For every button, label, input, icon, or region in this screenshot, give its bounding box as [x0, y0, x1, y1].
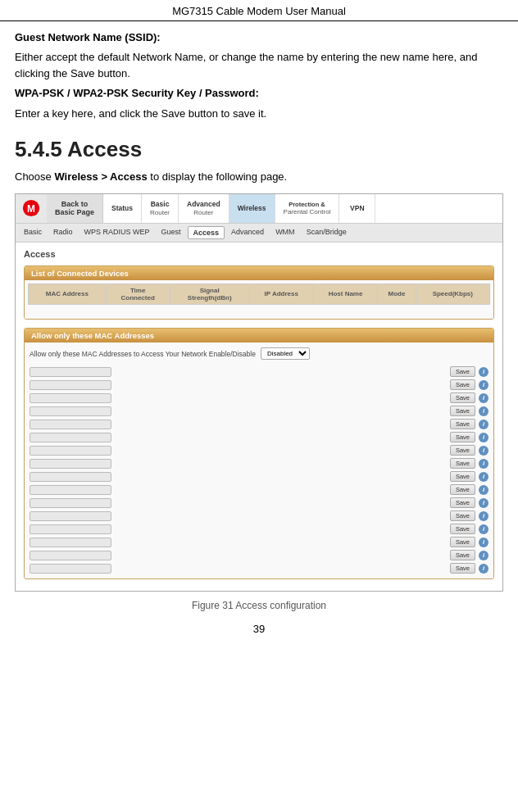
mac-enable-row: Allow only these MAC Addresses to Access… — [30, 347, 488, 360]
mac-input-16[interactable] — [30, 564, 111, 574]
save-button-15[interactable]: Save — [450, 550, 475, 560]
nav-bar: M Back to Basic Page Status Basic Router… — [16, 194, 502, 224]
screenshot-figure: M Back to Basic Page Status Basic Router… — [15, 193, 503, 592]
mac-input-3[interactable] — [30, 393, 111, 403]
nav-wireless[interactable]: Wireless — [229, 194, 275, 223]
svg-text:M: M — [27, 203, 35, 215]
save-button-6[interactable]: Save — [450, 432, 475, 442]
mac-row-3-actions: Save i — [450, 392, 488, 403]
info-icon-8[interactable]: i — [479, 459, 488, 469]
mac-input-6[interactable] — [30, 433, 111, 442]
mac-row-1-actions: Save i — [450, 366, 488, 377]
connected-devices-header: List of Connected Devices — [25, 266, 493, 280]
col-ip: IP Address — [249, 284, 313, 304]
nav-status[interactable]: Status — [103, 194, 142, 223]
mac-input-5[interactable] — [30, 420, 111, 429]
info-icon-6[interactable]: i — [479, 433, 488, 442]
info-icon-5[interactable]: i — [479, 420, 488, 429]
subnav-radio[interactable]: Radio — [48, 226, 78, 239]
mac-input-12[interactable] — [30, 511, 111, 521]
info-icon-4[interactable]: i — [479, 406, 488, 416]
info-icon-1[interactable]: i — [479, 367, 488, 377]
save-button-7[interactable]: Save — [450, 445, 475, 456]
info-icon-2[interactable]: i — [479, 380, 488, 390]
info-icon-13[interactable]: i — [479, 524, 488, 534]
page-header: MG7315 Cable Modem User Manual — [0, 0, 518, 21]
mac-input-1[interactable] — [30, 367, 111, 377]
mac-row-2: Save i — [30, 379, 488, 390]
mac-input-9[interactable] — [30, 472, 111, 482]
mac-input-7[interactable] — [30, 446, 111, 456]
mac-input-11[interactable] — [30, 498, 111, 508]
mac-rows-container: Save i Save i — [30, 366, 488, 574]
mac-row-15-actions: Save i — [450, 550, 488, 560]
info-icon-10[interactable]: i — [479, 485, 488, 495]
save-button-13[interactable]: Save — [450, 524, 475, 534]
mac-row-9: Save i — [30, 471, 488, 482]
mac-row-11-actions: Save i — [450, 497, 488, 508]
mac-row-9-actions: Save i — [450, 471, 488, 482]
save-button-2[interactable]: Save — [450, 379, 475, 390]
subnav-guest[interactable]: Guest — [157, 226, 186, 239]
access-panel: Access List of Connected Devices MAC Add… — [16, 243, 502, 592]
save-button-4[interactable]: Save — [450, 406, 475, 416]
save-button-11[interactable]: Save — [450, 497, 475, 508]
nav-advanced-router[interactable]: Advanced Router — [179, 194, 229, 223]
info-icon-7[interactable]: i — [479, 446, 488, 456]
save-button-3[interactable]: Save — [450, 392, 475, 403]
back-to-basic-button[interactable]: Back to Basic Page — [47, 194, 103, 223]
col-mac: MAC Address — [29, 284, 107, 304]
mac-row-6: Save i — [30, 432, 488, 442]
mac-row-2-actions: Save i — [450, 379, 488, 390]
save-button-12[interactable]: Save — [450, 510, 475, 521]
mac-input-4[interactable] — [30, 406, 111, 416]
mac-input-13[interactable] — [30, 524, 111, 534]
info-icon-15[interactable]: i — [479, 551, 488, 560]
info-icon-16[interactable]: i — [479, 564, 488, 574]
wpa-label: WPA-PSK / WPA2-PSK Security Key / Passwo… — [15, 87, 259, 99]
wpa-text: Enter a key here, and click the Save but… — [15, 106, 503, 122]
guest-ssid-label: Guest Network Name (SSID): — [15, 31, 161, 43]
mac-enable-label: Allow only these MAC Addresses to Access… — [30, 350, 256, 358]
mac-row-10-actions: Save i — [450, 484, 488, 495]
mac-row-1: Save i — [30, 366, 488, 377]
nav-basic-router[interactable]: Basic Router — [142, 194, 179, 223]
mac-row-15: Save i — [30, 550, 488, 560]
info-icon-9[interactable]: i — [479, 472, 488, 482]
subnav-scan-bridge[interactable]: Scan/Bridge — [302, 226, 352, 239]
save-button-1[interactable]: Save — [450, 366, 475, 377]
save-button-5[interactable]: Save — [450, 419, 475, 429]
mac-row-5-actions: Save i — [450, 419, 488, 429]
subnav-basic[interactable]: Basic — [19, 226, 47, 239]
subnav-wmm[interactable]: WMM — [270, 226, 300, 239]
mac-input-2[interactable] — [30, 380, 111, 390]
mac-filter-section: Allow only these MAC Addresses Allow onl… — [24, 328, 494, 579]
nav-vpn[interactable]: VPN — [339, 194, 375, 223]
subnav-wps[interactable]: WPS RADIUS WEP — [80, 226, 155, 239]
mac-input-14[interactable] — [30, 538, 111, 547]
mac-row-14-actions: Save i — [450, 537, 488, 547]
mac-enable-dropdown[interactable]: Disabled Enabled — [261, 347, 310, 360]
col-signal: SignalStrength(dBn) — [170, 284, 249, 304]
info-icon-3[interactable]: i — [479, 393, 488, 403]
save-button-14[interactable]: Save — [450, 537, 475, 547]
save-button-8[interactable]: Save — [450, 458, 475, 469]
mac-input-15[interactable] — [30, 551, 111, 560]
guest-ssid-text: Either accept the default Network Name, … — [15, 49, 503, 82]
subnav-advanced[interactable]: Advanced — [226, 226, 269, 239]
info-icon-14[interactable]: i — [479, 538, 488, 547]
connected-devices-section: List of Connected Devices MAC Address Ti… — [24, 265, 494, 320]
mac-input-10[interactable] — [30, 485, 111, 495]
info-icon-12[interactable]: i — [479, 511, 488, 521]
save-button-9[interactable]: Save — [450, 471, 475, 482]
mac-row-8: Save i — [30, 458, 488, 469]
mac-row-12-actions: Save i — [450, 510, 488, 521]
info-icon-11[interactable]: i — [479, 498, 488, 508]
subnav-access[interactable]: Access — [188, 226, 225, 239]
save-button-10[interactable]: Save — [450, 484, 475, 495]
mac-row-14: Save i — [30, 537, 488, 547]
save-button-16[interactable]: Save — [450, 563, 475, 574]
mac-input-8[interactable] — [30, 459, 111, 469]
col-speed: Speed(Kbps) — [416, 284, 489, 304]
nav-parental-control[interactable]: Protection & Parental Control — [275, 194, 340, 223]
